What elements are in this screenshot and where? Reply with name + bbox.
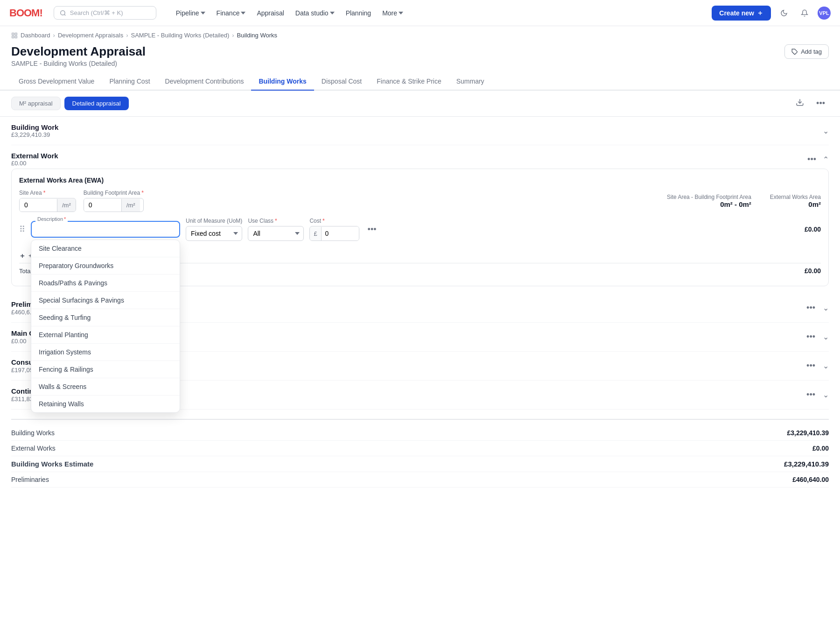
- footer-preliminaries-value: £460,640.00: [792, 476, 829, 483]
- dropdown-item-external-planting[interactable]: External Planting: [31, 326, 180, 344]
- tab-finance-strike-price[interactable]: Finance & Strike Price: [369, 73, 449, 91]
- building-work-chevron[interactable]: ⌄: [823, 127, 829, 135]
- tab-building-works[interactable]: Building Works: [251, 73, 314, 91]
- breadcrumb-sep: ›: [126, 32, 128, 39]
- logo[interactable]: BOOM!: [9, 7, 42, 19]
- nav-planning[interactable]: Planning: [341, 7, 376, 20]
- external-work-more-button[interactable]: •••: [805, 153, 819, 166]
- create-new-button[interactable]: Create new: [712, 6, 771, 21]
- footprint-input[interactable]: [84, 198, 121, 212]
- uom-select-wrap: Unit of Measure (UoM) Fixed cost Per m² …: [186, 218, 242, 241]
- ewa-title: External Works Area (EWA): [19, 177, 821, 184]
- external-work-amount: £0.00: [11, 160, 58, 167]
- footer-building-works-value: £3,229,410.39: [787, 429, 829, 437]
- footprint-group: Building Footprint Area * /m²: [84, 190, 144, 212]
- breadcrumb-sample[interactable]: SAMPLE - Building Works (Detailed): [131, 32, 230, 39]
- cost-group: Cost * £: [309, 218, 359, 241]
- building-work-amount: £3,229,410.39: [11, 131, 58, 138]
- avatar[interactable]: VPL: [818, 7, 831, 20]
- breadcrumb-sep: ›: [232, 32, 234, 39]
- dropdown-item-irrigation[interactable]: Irrigation Systems: [31, 344, 180, 361]
- cost-symbol: £: [310, 227, 321, 240]
- drag-handle[interactable]: ⠿: [19, 224, 25, 234]
- nav-pipeline[interactable]: Pipeline: [171, 7, 210, 20]
- tab-development-contributions[interactable]: Development Contributions: [158, 73, 252, 91]
- dropdown-item-walls-screens[interactable]: Walls & Screens: [31, 378, 180, 396]
- dropdown-item-retaining-walls[interactable]: Retaining Walls: [31, 396, 180, 412]
- breadcrumb-dev-appraisals[interactable]: Development Appraisals: [58, 32, 123, 39]
- more-actions-button[interactable]: •••: [812, 97, 829, 110]
- use-class-select[interactable]: All Residential Commercial: [248, 226, 304, 241]
- site-area-label: Site Area *: [19, 190, 76, 196]
- nav-data-studio[interactable]: Data studio: [291, 7, 339, 20]
- breadcrumb-dashboard[interactable]: Dashboard: [21, 32, 50, 39]
- search-icon: [60, 10, 66, 16]
- appraisal-toggle-group: M² appraisal Detailed appraisal: [11, 97, 129, 110]
- m2-appraisal-toggle[interactable]: M² appraisal: [11, 97, 61, 110]
- detailed-appraisal-toggle[interactable]: Detailed appraisal: [64, 97, 129, 110]
- ewa-result: External Works Area 0m²: [770, 194, 821, 208]
- consu-more-button[interactable]: •••: [804, 359, 818, 373]
- prelim-chevron[interactable]: ⌄: [823, 304, 829, 312]
- contir-chevron[interactable]: ⌄: [823, 390, 829, 399]
- svg-point-0: [61, 10, 65, 14]
- tab-disposal-cost[interactable]: Disposal Cost: [314, 73, 369, 91]
- tab-planning-cost[interactable]: Planning Cost: [102, 73, 157, 91]
- add-tag-button[interactable]: Add tag: [784, 44, 829, 59]
- dropdown-item-special-surfacings[interactable]: Special Surfacings & Pavings: [31, 292, 180, 309]
- navbar: BOOM! Search (Ctrl/⌘ + K) Pipeline Finan…: [0, 0, 840, 26]
- notifications-button[interactable]: [797, 6, 812, 21]
- row-more-button[interactable]: •••: [365, 223, 379, 236]
- svg-rect-3: [15, 36, 17, 38]
- prelim-more-button[interactable]: •••: [804, 301, 818, 315]
- ewa-result-label: External Works Area: [770, 194, 821, 200]
- plus-icon: [757, 10, 763, 16]
- nav-more[interactable]: More: [378, 7, 408, 20]
- dropdown-item-seeding-turfing[interactable]: Seeding & Turfing: [31, 309, 180, 326]
- bell-icon: [801, 9, 808, 17]
- chevron-down-icon: [201, 12, 205, 14]
- footer-building-works: Building Works £3,229,410.39: [11, 425, 829, 441]
- moon-icon: [780, 9, 788, 17]
- calc-value: 0m² - 0m²: [667, 200, 751, 208]
- nav-appraisal[interactable]: Appraisal: [252, 7, 288, 20]
- cost-input[interactable]: [322, 226, 359, 240]
- description-input-wrap: Description * Site Clearance Preparatory…: [31, 221, 180, 238]
- external-work-header-left: External Work £0.00: [11, 152, 58, 167]
- tab-gross-development-value[interactable]: Gross Development Value: [11, 73, 102, 91]
- ewa-inputs-row: Site Area * /m² Building Footprint Area …: [19, 190, 821, 212]
- uom-select[interactable]: Fixed cost Per m² Per unit: [186, 226, 242, 241]
- description-row: ⠿ Description * Site Clearance Preparato…: [19, 218, 821, 241]
- footer-building-works-label: Building Works: [11, 429, 55, 437]
- footprint-unit: /m²: [121, 199, 140, 212]
- tab-summary[interactable]: Summary: [449, 73, 492, 91]
- bar-actions: •••: [792, 96, 829, 111]
- download-button[interactable]: [792, 96, 808, 111]
- external-work-box: External Works Area (EWA) Site Area * /m…: [11, 169, 829, 286]
- search-bar[interactable]: Search (Ctrl/⌘ + K): [54, 6, 156, 20]
- dropdown-item-site-clearance[interactable]: Site Clearance: [31, 240, 180, 257]
- external-work-chevron[interactable]: ⌃: [823, 155, 829, 164]
- desc-float-label: Description *: [35, 216, 68, 222]
- site-area-input[interactable]: [20, 198, 57, 212]
- nav-finance[interactable]: Finance: [212, 7, 251, 20]
- calc-expression: Site Area - Building Footprint Area 0m² …: [667, 194, 751, 208]
- consu-chevron[interactable]: ⌄: [823, 361, 829, 370]
- page-subtitle: SAMPLE - Building Works (Detailed): [11, 60, 146, 67]
- main-c-chevron[interactable]: ⌄: [823, 332, 829, 341]
- contir-more-button[interactable]: •••: [804, 388, 818, 402]
- footer-estimate: Building Works Estimate £3,229,410.39: [11, 456, 829, 472]
- external-work-header[interactable]: External Work £0.00 ••• ⌃: [11, 145, 829, 169]
- cost-label: Cost *: [309, 218, 359, 224]
- uom-label: Unit of Measure (UoM): [186, 218, 242, 224]
- dark-mode-toggle[interactable]: [777, 6, 791, 21]
- download-icon: [796, 98, 804, 106]
- dropdown-item-fencing[interactable]: Fencing & Railings: [31, 361, 180, 378]
- dropdown-item-roads-paths[interactable]: Roads/Paths & Pavings: [31, 275, 180, 292]
- description-input[interactable]: [31, 221, 180, 238]
- description-dropdown: Site Clearance Preparatory Groundworks R…: [31, 240, 180, 413]
- site-area-unit: /m²: [57, 199, 76, 212]
- main-c-more-button[interactable]: •••: [804, 330, 818, 344]
- building-work-left: Building Work £3,229,410.39: [11, 123, 58, 138]
- dropdown-item-prep-groundworks[interactable]: Preparatory Groundworks: [31, 257, 180, 275]
